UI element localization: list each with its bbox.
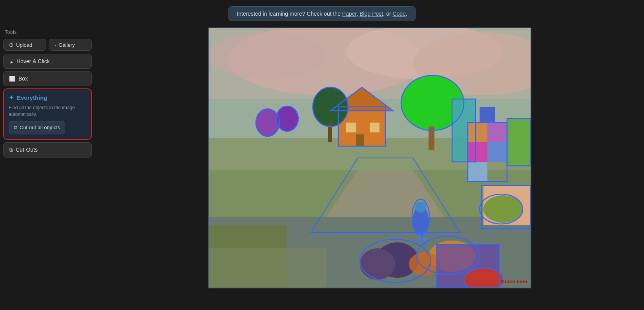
info-tooltip: Interested in learning more? Check out t…	[228, 6, 415, 21]
svg-rect-13	[370, 123, 379, 132]
main-layout: Tools Upload Gallery Hover & Click Box	[0, 24, 644, 310]
svg-point-30	[483, 195, 523, 223]
gallery-label: Gallery	[58, 42, 75, 48]
svg-rect-42	[209, 248, 327, 288]
svg-point-36	[360, 248, 395, 280]
upload-label: Upload	[16, 42, 32, 48]
svg-rect-27	[468, 162, 487, 182]
canvas-area: Yuucn.com	[95, 24, 644, 310]
upload-gallery-row: Upload Gallery	[3, 39, 92, 51]
cursor-icon	[9, 58, 13, 64]
upload-button[interactable]: Upload	[3, 39, 46, 51]
everything-title-text: Everything	[17, 94, 47, 101]
svg-rect-14	[356, 134, 364, 146]
tools-label: Tools	[3, 29, 92, 35]
hover-click-label: Hover & Click	[16, 58, 50, 64]
gallery-icon	[55, 42, 56, 48]
svg-rect-12	[346, 123, 356, 132]
painting[interactable]: Yuucn.com	[209, 28, 531, 288]
code-link[interactable]: Code	[392, 11, 405, 17]
cutouts-button[interactable]: Cut-Outs	[3, 142, 92, 158]
cut-all-button[interactable]: Cut out all objects	[9, 121, 65, 134]
svg-point-32	[415, 202, 426, 213]
info-text: Interested in learning more? Check out t…	[237, 11, 342, 17]
cutouts-label: Cut-Outs	[16, 147, 38, 153]
image-container: Yuucn.com	[208, 28, 531, 288]
gallery-button[interactable]: Gallery	[49, 39, 92, 51]
upload-icon	[9, 42, 14, 48]
hover-click-button[interactable]: Hover & Click	[3, 54, 92, 69]
watermark: Yuucn.com	[500, 279, 527, 284]
svg-rect-28	[507, 119, 531, 166]
info-suffix: .	[406, 11, 407, 17]
top-bar: Interested in learning more? Check out t…	[0, 0, 644, 24]
box-button[interactable]: Box	[3, 71, 92, 86]
sidebar: Tools Upload Gallery Hover & Click Box	[0, 24, 95, 310]
blog-link[interactable]: Blog Post	[359, 11, 383, 17]
everything-title: ✦ Everything	[9, 94, 86, 101]
cutall-icon	[14, 125, 17, 131]
paper-link[interactable]: Paper	[342, 11, 357, 17]
cutout-icon	[9, 147, 13, 153]
box-label: Box	[18, 75, 28, 82]
svg-rect-25	[468, 142, 487, 162]
svg-rect-18	[328, 123, 332, 142]
everything-desc: Find all the objects in the image automa…	[9, 105, 86, 118]
box-icon	[9, 75, 15, 82]
cut-all-label: Cut out all objects	[20, 125, 60, 130]
svg-rect-5	[209, 28, 531, 99]
everything-panel: ✦ Everything Find all the objects in the…	[3, 88, 92, 140]
svg-rect-26	[487, 142, 507, 162]
svg-rect-23	[468, 123, 487, 142]
svg-rect-24	[487, 123, 507, 142]
sparkle-icon: ✦	[9, 94, 14, 101]
